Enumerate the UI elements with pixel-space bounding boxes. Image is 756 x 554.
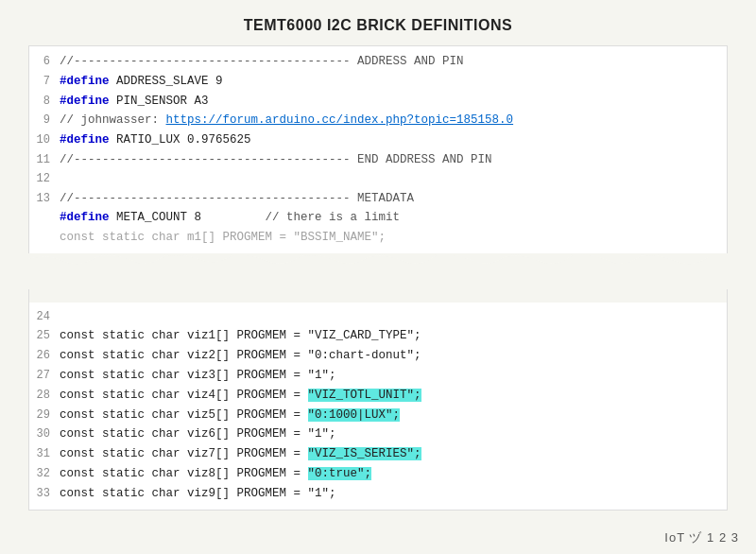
code-line-27: 27 const static char viz3[] PROGMEM = "1…: [29, 366, 727, 386]
line-text: const static char viz8[] PROGMEM = "0:tr…: [60, 464, 371, 484]
highlight-viz5: "0:1000|LUX";: [308, 408, 401, 422]
line-number: 33: [29, 485, 60, 504]
line-number: 24: [29, 308, 60, 327]
page-title: TEMT6000 I2C BRICK DEFINITIONS: [0, 0, 756, 45]
arduino-forum-link[interactable]: https://forum.arduino.cc/index.php?topic…: [166, 113, 514, 127]
line-number: 9: [29, 112, 60, 130]
highlight-viz4: "VIZ_TOTL_UNIT";: [308, 389, 421, 402]
line-number: 7: [29, 73, 60, 92]
line-number: 25: [29, 327, 60, 346]
code-line-10: 10 #define RATIO_LUX 0.9765625: [29, 130, 727, 150]
code-gap: [28, 289, 728, 303]
line-number: 11: [29, 151, 60, 170]
line-text: const static char viz3[] PROGMEM = "1";: [60, 366, 336, 386]
line-number: 6: [29, 53, 60, 72]
line-text: //--------------------------------------…: [60, 189, 414, 209]
highlight-viz7: "VIZ_IS_SERIES";: [308, 447, 421, 460]
line-number: 13: [29, 190, 60, 209]
code-line-26: 26 const static char viz2[] PROGMEM = "0…: [29, 346, 727, 366]
line-number: 28: [29, 387, 60, 406]
line-number: 8: [29, 93, 60, 112]
line-text: const static char viz2[] PROGMEM = "0:ch…: [60, 346, 421, 366]
line-number: 31: [29, 445, 60, 464]
code-line-31: 31 const static char viz7[] PROGMEM = "V…: [29, 444, 727, 464]
code-line-33: 33 const static char viz9[] PROGMEM = "1…: [29, 484, 727, 504]
code-line-30: 30 const static char viz6[] PROGMEM = "1…: [29, 424, 727, 444]
code-line-9: 9 // johnwasser: https://forum.arduino.c…: [29, 111, 727, 130]
code-line-24: 24: [29, 308, 727, 327]
line-text: // johnwasser: https://forum.arduino.cc/…: [60, 111, 513, 130]
code-line-28: 28 const static char viz4[] PROGMEM = "V…: [29, 386, 727, 406]
code-line-13: 13 //-----------------------------------…: [29, 189, 727, 209]
code-line-32: 32 const static char viz8[] PROGMEM = "0…: [29, 464, 727, 484]
code-line-torn: const static char m1[] PROGMEM = "BSSIM_…: [29, 228, 727, 248]
code-line-meta: #define META_COUNT 8 // there is a limit: [29, 208, 727, 228]
line-number: 29: [29, 407, 60, 425]
code-line-11: 11 //-----------------------------------…: [29, 150, 727, 170]
line-number: 27: [29, 367, 60, 386]
code-line-8: 8 #define PIN_SENSOR A3: [29, 92, 727, 112]
highlight-viz8: "0:true";: [308, 467, 372, 480]
line-text: const static char m1[] PROGMEM = "BSSIM_…: [60, 228, 386, 248]
line-text: const static char viz6[] PROGMEM = "1";: [60, 424, 336, 444]
line-text: #define RATIO_LUX 0.9765625: [60, 130, 251, 150]
code-line-12: 12: [29, 170, 727, 189]
line-text: //--------------------------------------…: [60, 150, 492, 170]
line-text: #define ADDRESS_SLAVE 9: [60, 72, 223, 92]
line-text: //--------------------------------------…: [60, 52, 464, 72]
line-text: const static char viz4[] PROGMEM = "VIZ_…: [60, 386, 421, 406]
bottom-logo: IoT ヅ 1 2 3: [664, 529, 739, 546]
line-text: const static char viz9[] PROGMEM = "1";: [60, 484, 336, 504]
code-line-25: 25 const static char viz1[] PROGMEM = "V…: [29, 326, 727, 346]
line-text: const static char viz7[] PROGMEM = "VIZ_…: [60, 444, 421, 464]
code-line-6: 6 //------------------------------------…: [29, 52, 727, 72]
tear-effect: [28, 253, 728, 289]
line-text: const static char viz1[] PROGMEM = "VIZ_…: [60, 326, 421, 346]
line-text: #define META_COUNT 8 // there is a limit: [60, 208, 400, 228]
code-line-29: 29 const static char viz5[] PROGMEM = "0…: [29, 406, 727, 425]
line-number: 32: [29, 465, 60, 484]
top-code-block: 6 //------------------------------------…: [28, 45, 728, 253]
line-number: 10: [29, 131, 60, 150]
code-line-7: 7 #define ADDRESS_SLAVE 9: [29, 72, 727, 92]
line-number: 26: [29, 347, 60, 366]
line-number: 30: [29, 425, 60, 444]
line-text: const static char viz5[] PROGMEM = "0:10…: [60, 406, 400, 425]
line-text: #define PIN_SENSOR A3: [60, 92, 209, 112]
line-number: 12: [29, 170, 60, 189]
bottom-code-block: 24 25 const static char viz1[] PROGMEM =…: [28, 303, 728, 511]
